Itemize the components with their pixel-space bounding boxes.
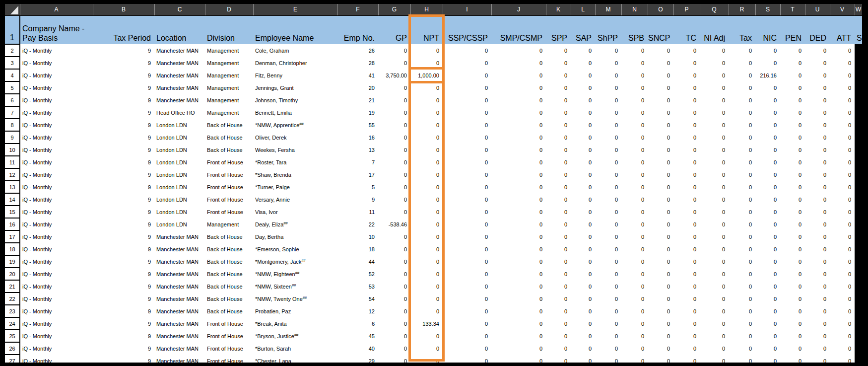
cell-U13[interactable]: 0 [805, 181, 830, 193]
cell-E2[interactable]: Cole, Graham [253, 44, 337, 57]
cell-E23[interactable]: Probatien, Paz [253, 305, 337, 317]
cell-S26[interactable]: 0 [755, 342, 780, 355]
cell-L15[interactable]: 0 [571, 206, 595, 218]
cell-F23[interactable]: 12 [337, 305, 378, 317]
cell-G23[interactable]: 0 [378, 305, 410, 317]
cell-R25[interactable]: 0 [729, 330, 755, 342]
cell-O17[interactable]: 0 [648, 230, 673, 243]
cell-B11[interactable]: 9 [93, 156, 154, 168]
cell-I14[interactable]: 0 [443, 193, 491, 206]
cell-K14[interactable]: 0 [546, 193, 571, 206]
cell-H23[interactable]: 0 [410, 305, 443, 317]
cell-I12[interactable]: 0 [443, 168, 491, 181]
cell-V24[interactable]: 0 [830, 317, 855, 330]
cell-E1[interactable]: Employee Name [253, 15, 337, 44]
cell-L18[interactable]: 0 [571, 243, 595, 255]
row-header-27[interactable]: 27 [5, 355, 20, 363]
cell-F16[interactable]: 22 [337, 218, 378, 230]
cell-A12[interactable]: iQ - Monthly [20, 168, 93, 181]
cell-M24[interactable]: 0 [595, 317, 621, 330]
cell-I25[interactable]: 0 [443, 330, 491, 342]
row-header-22[interactable]: 22 [5, 293, 20, 305]
cell-S2[interactable]: 0 [755, 44, 780, 57]
cell-S5[interactable]: 0 [755, 81, 780, 94]
cell-B9[interactable]: 9 [93, 131, 154, 144]
cell-V3[interactable]: 0 [830, 57, 855, 69]
cell-U16[interactable]: 0 [805, 218, 830, 230]
cell-Q12[interactable]: 0 [700, 168, 729, 181]
cell-C7[interactable]: Head Office HO [154, 106, 205, 119]
cell-H3[interactable]: 0 [410, 57, 443, 69]
cell-K13[interactable]: 0 [546, 181, 571, 193]
cell-E20[interactable]: *NMW, Eighteen## [253, 268, 337, 280]
cell-V1[interactable]: ATT [830, 15, 855, 44]
col-header-H[interactable]: H [410, 4, 443, 15]
cell-D6[interactable]: Management [205, 94, 253, 106]
cell-L8[interactable]: 0 [571, 119, 595, 131]
cell-Q26[interactable]: 0 [700, 342, 729, 355]
col-header-N[interactable]: N [621, 4, 648, 15]
cell-P12[interactable]: 0 [673, 168, 700, 181]
cell-V23[interactable]: 0 [830, 305, 855, 317]
cell-H26[interactable]: 0 [410, 342, 443, 355]
cell-M7[interactable]: 0 [595, 106, 621, 119]
cell-G10[interactable]: 0 [378, 144, 410, 156]
cell-M10[interactable]: 0 [595, 144, 621, 156]
cell-O6[interactable]: 0 [648, 94, 673, 106]
cell-P27[interactable]: 0 [673, 355, 700, 363]
cell-M14[interactable]: 0 [595, 193, 621, 206]
cell-G21[interactable]: 0 [378, 280, 410, 293]
cell-B8[interactable]: 9 [93, 119, 154, 131]
cell-D27[interactable]: Front of House [205, 355, 253, 363]
cell-P15[interactable]: 0 [673, 206, 700, 218]
cell-F26[interactable]: 40 [337, 342, 378, 355]
cell-P18[interactable]: 0 [673, 243, 700, 255]
cell-M25[interactable]: 0 [595, 330, 621, 342]
col-header-E[interactable]: E [253, 4, 337, 15]
col-header-M[interactable]: M [595, 4, 621, 15]
cell-N19[interactable]: 0 [621, 255, 648, 268]
cell-U17[interactable]: 0 [805, 230, 830, 243]
cell-D19[interactable]: Back of House [205, 255, 253, 268]
cell-K24[interactable]: 0 [546, 317, 571, 330]
cell-T23[interactable]: 0 [780, 305, 805, 317]
cell-N1[interactable]: SPB [621, 15, 648, 44]
cell-M2[interactable]: 0 [595, 44, 621, 57]
cell-C9[interactable]: London LDN [154, 131, 205, 144]
cell-M4[interactable]: 0 [595, 69, 621, 81]
cell-P7[interactable]: 0 [673, 106, 700, 119]
cell-C22[interactable]: Manchester MAN [154, 293, 205, 305]
cell-J10[interactable]: 0 [491, 144, 546, 156]
cell-I11[interactable]: 0 [443, 156, 491, 168]
cell-T11[interactable]: 0 [780, 156, 805, 168]
cell-U1[interactable]: DED [805, 15, 830, 44]
cell-C16[interactable]: London LDN [154, 218, 205, 230]
cell-S22[interactable]: 0 [755, 293, 780, 305]
cell-S16[interactable]: 0 [755, 218, 780, 230]
cell-U4[interactable]: 0 [805, 69, 830, 81]
cell-F17[interactable]: 10 [337, 230, 378, 243]
cell-G19[interactable]: 0 [378, 255, 410, 268]
cell-N12[interactable]: 0 [621, 168, 648, 181]
cell-O18[interactable]: 0 [648, 243, 673, 255]
cell-L24[interactable]: 0 [571, 317, 595, 330]
cell-A10[interactable]: iQ - Monthly [20, 144, 93, 156]
cell-G20[interactable]: 0 [378, 268, 410, 280]
cell-D5[interactable]: Management [205, 81, 253, 94]
cell-O8[interactable]: 0 [648, 119, 673, 131]
cell-J14[interactable]: 0 [491, 193, 546, 206]
cell-O22[interactable]: 0 [648, 293, 673, 305]
cell-D17[interactable]: Back of House [205, 230, 253, 243]
cell-B21[interactable]: 9 [93, 280, 154, 293]
cell-F7[interactable]: 19 [337, 106, 378, 119]
cell-J22[interactable]: 0 [491, 293, 546, 305]
cell-J8[interactable]: 0 [491, 119, 546, 131]
cell-A25[interactable]: iQ - Monthly [20, 330, 93, 342]
cell-B20[interactable]: 9 [93, 268, 154, 280]
col-header-U[interactable]: U [805, 4, 830, 15]
cell-K11[interactable]: 0 [546, 156, 571, 168]
cell-L22[interactable]: 0 [571, 293, 595, 305]
cell-I21[interactable]: 0 [443, 280, 491, 293]
cell-J27[interactable]: 0 [491, 355, 546, 363]
col-header-G[interactable]: G [378, 4, 410, 15]
